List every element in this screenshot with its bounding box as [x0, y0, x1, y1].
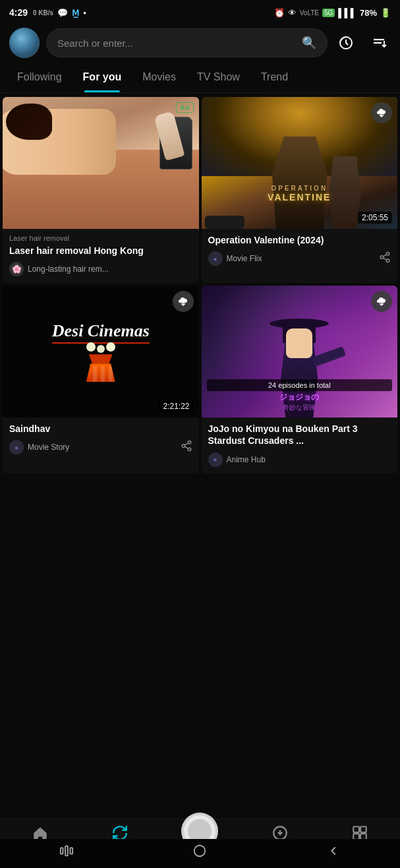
card-title-valentine: Operation Valentine (2024) [208, 234, 391, 246]
sort-button[interactable] [367, 31, 391, 55]
android-nav-bar [0, 839, 400, 868]
tab-for-you[interactable]: For you [72, 62, 132, 92]
channel-name-jojo: Anime Hub [227, 455, 266, 464]
channel-name-valentine: Movie Flix [227, 254, 262, 263]
card-subtitle-ad: Laser hair removal [9, 234, 192, 242]
card-info-valentine: Operation Valentine (2024) ● Movie Flix [202, 229, 398, 272]
card-title-desi: Saindhav [9, 423, 192, 435]
dot-icon: ● [83, 10, 86, 16]
channel-avatar-valentine: ● [208, 251, 223, 266]
svg-point-9 [182, 445, 185, 448]
channel-left-jojo: ● Anime Hub [208, 452, 266, 467]
alarm-icon: ⏰ [274, 8, 285, 18]
svg-rect-18 [61, 848, 63, 853]
cloud-download-icon [376, 108, 387, 118]
history-button[interactable] [334, 31, 358, 55]
card-jojo[interactable]: ジョジョの 奇妙な冒険 24 episodes in total JoJo no… [202, 286, 398, 473]
content-grid: Ad Laser hair removal Laser hair removal… [0, 93, 400, 478]
card-title-ad: Laser hair removal Hong Kong [9, 245, 192, 257]
svg-line-11 [185, 447, 188, 449]
tab-trend[interactable]: Trend [250, 62, 299, 92]
channel-left-desi: ● Movie Story [9, 440, 69, 454]
search-bar[interactable]: Search or enter... 🔍 [46, 28, 328, 57]
svg-rect-20 [71, 848, 73, 853]
channel-avatar-jojo: ● [208, 452, 223, 467]
svg-point-4 [380, 256, 384, 259]
card-channel-valentine: ● Movie Flix [208, 251, 391, 266]
duration-badge-desi: 2:21:22 [159, 400, 193, 412]
card-channel-jojo: ● Anime Hub [208, 452, 391, 467]
card-thumbnail-jojo: ジョジョの 奇妙な冒険 24 episodes in total [202, 286, 398, 418]
channel-left-ad: 🌸 Long-lasting hair rem... [9, 262, 109, 276]
share-icon-desi[interactable] [181, 440, 192, 454]
back-icon [326, 844, 341, 858]
android-home-button[interactable] [192, 844, 207, 861]
card-channel-ad: 🌸 Long-lasting hair rem... [9, 262, 192, 276]
android-home-icon [192, 844, 207, 858]
android-back-button[interactable] [326, 844, 341, 861]
download-icon-jojo[interactable] [371, 291, 392, 312]
battery-icon: 🔋 [380, 8, 391, 18]
signal-icon: M̲ [72, 8, 79, 18]
avatar[interactable] [9, 28, 40, 58]
header-icons [334, 31, 391, 55]
channel-name-ad: Long-lasting hair rem... [28, 264, 109, 274]
card-thumbnail-ad: Ad [3, 97, 199, 229]
svg-point-5 [386, 259, 389, 263]
share-icon-valentine[interactable] [379, 251, 391, 266]
card-desi-cinemas[interactable]: Desi Cinemas [3, 286, 199, 473]
svg-point-8 [188, 441, 191, 445]
history-icon [338, 35, 354, 51]
card-info-jojo: JoJo no Kimyou na Bouken Part 3 Stardust… [202, 418, 398, 473]
status-right: ⏰ 👁 VoLTE 5G ▌▌▌ 78% 🔋 [274, 8, 391, 18]
battery: 78% [360, 8, 377, 18]
svg-point-3 [386, 253, 389, 256]
status-bar: 4:29 0 KB/s 💬 M̲ ● ⏰ 👁 VoLTE 5G ▌▌▌ 78% … [0, 0, 400, 24]
network-speed: 0 KB/s [33, 9, 53, 16]
signal-bars: ▌▌▌ [338, 8, 357, 18]
recent-icon [59, 844, 74, 858]
svg-rect-15 [360, 826, 366, 832]
channel-left-valentine: ● Movie Flix [208, 251, 262, 266]
svg-rect-14 [354, 826, 360, 832]
tab-movies[interactable]: Movies [132, 62, 186, 92]
tabs: Following For you Movies TV Show Trend [0, 62, 400, 93]
card-operation-valentine[interactable]: OPERATION VALENTINE 2:05:55 Operation Va… [202, 97, 398, 283]
search-placeholder: Search or enter... [57, 38, 297, 49]
tab-tv-show[interactable]: TV Show [186, 62, 250, 92]
svg-rect-19 [65, 846, 68, 855]
card-thumbnail-valentine: OPERATION VALENTINE 2:05:55 [202, 97, 398, 229]
svg-line-12 [185, 443, 188, 445]
download-icon-valentine[interactable] [371, 102, 392, 123]
svg-point-10 [188, 448, 191, 451]
cloud-download-icon-desi [178, 296, 188, 307]
notification-icon: 💬 [57, 8, 68, 18]
card-ad-laser[interactable]: Ad Laser hair removal Laser hair removal… [3, 97, 199, 283]
tab-following[interactable]: Following [7, 62, 72, 92]
channel-avatar-ad: 🌸 [9, 262, 24, 276]
android-recent-button[interactable] [59, 844, 74, 861]
card-info-ad: Laser hair removal Laser hair removal Ho… [3, 229, 199, 283]
duration-badge-valentine: 2:05:55 [358, 212, 392, 224]
card-thumbnail-desi: Desi Cinemas [3, 286, 199, 418]
download-icon-desi[interactable] [173, 291, 194, 312]
5g-icon: 5G [322, 9, 335, 17]
status-left: 4:29 0 KB/s 💬 M̲ ● [9, 7, 86, 18]
eye-icon: 👁 [288, 8, 297, 18]
svg-line-7 [383, 255, 386, 257]
episodes-badge-jojo: 24 episodes in total [207, 379, 393, 391]
card-title-jojo: JoJo no Kimyou na Bouken Part 3 Stardust… [208, 423, 391, 447]
time: 4:29 [9, 7, 28, 18]
ad-badge: Ad [176, 102, 194, 113]
svg-point-21 [194, 845, 206, 856]
channel-avatar-desi: ● [9, 440, 24, 454]
card-info-desi: Saindhav ● Movie Story [3, 418, 199, 461]
search-icon: 🔍 [302, 36, 316, 50]
volte-icon: VoLTE [300, 9, 319, 16]
card-channel-desi: ● Movie Story [9, 440, 192, 454]
cloud-download-icon-jojo [376, 296, 387, 307]
header: Search or enter... 🔍 [0, 24, 400, 62]
channel-name-desi: Movie Story [28, 443, 69, 452]
svg-line-6 [383, 258, 386, 260]
sort-icon [371, 35, 387, 51]
